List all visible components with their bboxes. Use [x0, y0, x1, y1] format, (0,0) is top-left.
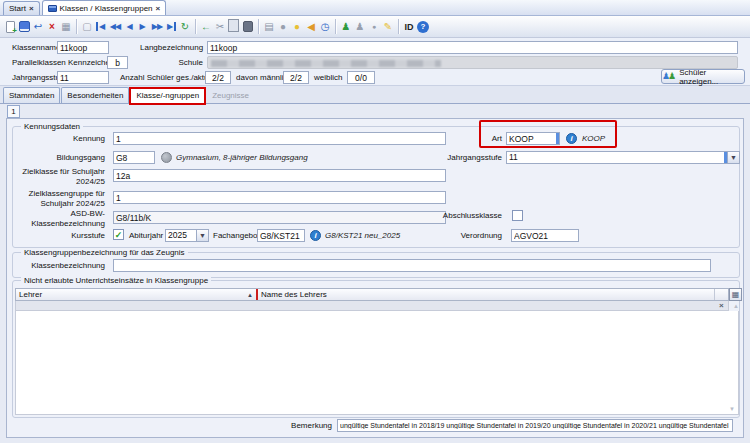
save-button[interactable]	[17, 18, 31, 36]
row-delete-icon[interactable]: ×	[719, 301, 724, 310]
table-row[interactable]	[15, 301, 729, 311]
tab-start-label: Start	[9, 4, 26, 13]
kursstufe-checkbox[interactable]: ✓	[113, 229, 124, 240]
schule-value-redacted	[207, 56, 738, 69]
undo-button[interactable]: ↩	[31, 18, 45, 36]
help-icon: ?	[417, 21, 429, 33]
module-window-button[interactable]: ▢	[80, 18, 94, 36]
chevron-down-icon[interactable]: ▼	[196, 230, 208, 241]
kursstufe-label: Kursstufe	[13, 231, 105, 241]
abschlussklasse-checkbox[interactable]	[512, 210, 523, 221]
bildungsgang-label: Bildungsgang	[13, 153, 105, 163]
lightbulb-icon: ●	[294, 21, 300, 32]
bildungsgang-hint: Gymnasium, 8-jähriger Bildungsgang	[176, 153, 308, 162]
small-status-button[interactable]: ●	[367, 18, 381, 36]
name-header-label: Name des Lehrers	[261, 290, 327, 299]
hint-button[interactable]: ●	[290, 18, 304, 36]
column-header-lehrer[interactable]: Lehrer ▲	[16, 289, 256, 300]
paste-button[interactable]	[241, 18, 255, 36]
announce-button[interactable]: ◀	[304, 18, 318, 36]
abiturjahr-dropdown-value: 2025	[166, 230, 196, 241]
window-icon	[48, 5, 57, 12]
nav-fast-back-icon: ◀◀	[110, 22, 120, 31]
cut-button[interactable]: ✂	[213, 18, 227, 36]
langbezeichnung-input[interactable]	[207, 41, 738, 54]
asd-klassenbezeichnung-input[interactable]	[113, 211, 446, 224]
fachangebot-hint: G8/KST21 neu_2025	[325, 231, 400, 240]
history-button[interactable]: ◷	[318, 18, 332, 36]
klassenname-input[interactable]	[57, 41, 109, 54]
copy-button[interactable]	[227, 18, 241, 36]
edit-button[interactable]: ✎	[381, 18, 395, 36]
status-button[interactable]: ●	[276, 18, 290, 36]
close-icon[interactable]: ×	[156, 4, 161, 13]
group-tab-1[interactable]: 1	[7, 105, 20, 118]
close-icon[interactable]: ×	[29, 4, 34, 13]
tab-start[interactable]: Start ×	[3, 1, 40, 15]
help-button[interactable]: ?	[416, 18, 430, 36]
id-button[interactable]: ID	[402, 18, 416, 36]
delete-icon: ×	[49, 21, 55, 32]
jahrgangsstufe-dropdown-value: 11	[507, 152, 727, 163]
detail-tabbar: Stammdaten Besonderheiten Klasse/-ngrupp…	[0, 86, 750, 104]
schule-label: Schule	[140, 58, 203, 67]
add-user-button[interactable]: ♟	[339, 18, 353, 36]
schueler-anzeigen-button[interactable]: ♟♟ Schüler anzeigen...	[661, 69, 745, 84]
nav-first-button[interactable]: ◀	[94, 18, 107, 36]
jahrgangsstufe-dropdown[interactable]: 11 ▼	[506, 151, 740, 164]
nav-back-button[interactable]: ◀	[123, 18, 136, 36]
anzahl-schueler-label: Anzahl Schüler ges./aktuell	[120, 73, 203, 82]
abschlussklasse-label: Abschlussklasse	[442, 211, 502, 221]
jahrgangsstufe-input[interactable]	[57, 71, 109, 84]
nav-fast-back-button[interactable]: ◀◀	[107, 18, 123, 36]
tab-besonderheiten[interactable]: Besonderheiten	[61, 87, 129, 103]
abiturjahr-dropdown[interactable]: 2025 ▼	[165, 229, 209, 242]
print-icon: ▤	[264, 21, 273, 32]
refresh-button[interactable]: ↻	[178, 18, 192, 36]
anzahl-schueler-input[interactable]	[205, 71, 231, 84]
print-button[interactable]: ▤	[262, 18, 276, 36]
parallelklassen-input[interactable]	[107, 56, 128, 69]
einsaetze-groupbox: Nicht erlaubte Unterrichtseinsätze in Kl…	[12, 280, 740, 418]
nav-last-button[interactable]: ▶	[165, 18, 178, 36]
table-edit-button[interactable]: ▦	[59, 18, 73, 36]
weiblich-input[interactable]	[347, 71, 375, 84]
tab-stammdaten[interactable]: Stammdaten	[3, 87, 60, 103]
column-header-name[interactable]: Name des Lehrers	[258, 289, 715, 300]
art-label: Art	[442, 134, 502, 144]
art-input[interactable]	[506, 132, 560, 145]
id-icon: ID	[405, 22, 414, 32]
table-corner-icon[interactable]: ▼	[729, 406, 735, 412]
klassenbezeichnung-input[interactable]	[113, 259, 711, 272]
zielklasse-input[interactable]	[113, 169, 446, 182]
maennlich-input[interactable]	[283, 71, 309, 84]
new-record-button[interactable]: +	[3, 18, 17, 36]
users-button[interactable]: ♟	[353, 18, 367, 36]
scrollbar-up-icon[interactable]: ▲	[730, 301, 742, 311]
zeugnis-legend: Klassengruppenbezeichnung für das Zeugni…	[21, 248, 188, 257]
verordnung-input[interactable]	[511, 229, 579, 242]
delete-button[interactable]: ×	[45, 18, 59, 36]
kennung-input[interactable]	[113, 132, 446, 145]
tab-klassengruppen[interactable]: Klasse/-ngruppen	[130, 87, 205, 103]
bemerkung-input[interactable]	[337, 419, 733, 432]
tab-besonderheiten-label: Besonderheiten	[67, 91, 123, 100]
nav-fast-forward-button[interactable]: ▶▶	[149, 18, 165, 36]
edit-pencil-icon: ✎	[384, 21, 392, 32]
parallelklassen-label: Parallelklassen Kennzeichen	[12, 58, 114, 67]
back-button[interactable]: ←	[199, 18, 213, 36]
module-window-icon: ▢	[82, 21, 91, 32]
jahrgangsstufe-detail-label: Jahrgangsstufe	[442, 153, 502, 163]
kennungsdaten-groupbox: Kennungsdaten Kennung Art i KOOP Bildung…	[12, 126, 740, 248]
fachangebot-input[interactable]	[257, 229, 305, 242]
zielklassengruppe-input[interactable]	[113, 191, 446, 204]
column-chooser-button[interactable]: ▦	[729, 288, 742, 301]
info-icon: i	[310, 230, 321, 241]
bildungsgang-input[interactable]	[113, 151, 155, 164]
small-dot-icon: ●	[372, 23, 376, 30]
copy-icon	[230, 21, 239, 32]
chevron-down-icon[interactable]: ▼	[727, 152, 739, 163]
tab-klassen[interactable]: Klassen / Klassengruppen ×	[42, 0, 167, 15]
nav-forward-button[interactable]: ▶	[136, 18, 149, 36]
einsaetze-table-body: ▼	[15, 311, 739, 415]
